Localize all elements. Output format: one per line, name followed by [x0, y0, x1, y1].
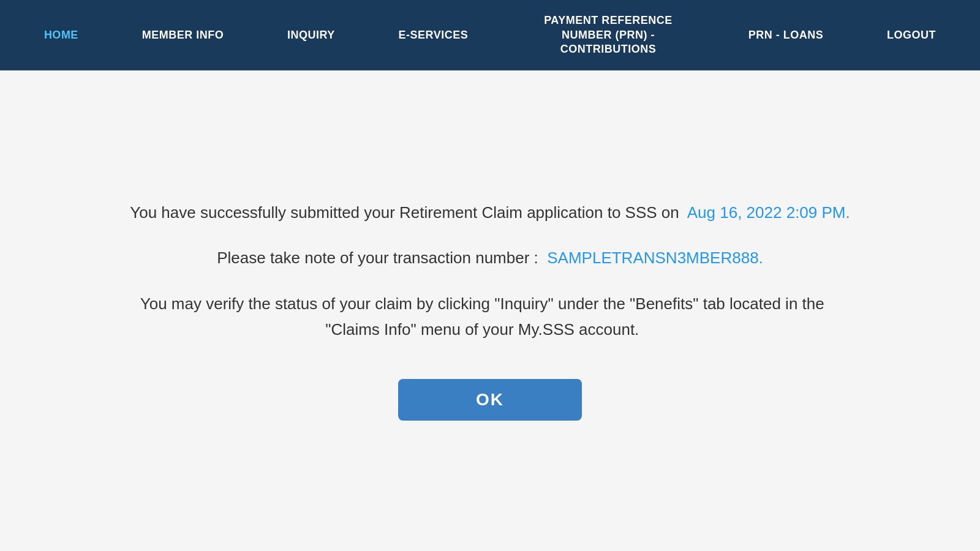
nav-item-prn-contributions[interactable]: PAYMENT REFERENCE NUMBER (PRN) - CONTRIB… [522, 7, 694, 62]
main-content: You have successfully submitted your Ret… [0, 70, 980, 551]
success-message-prefix: You have successfully submitted your Ret… [130, 203, 679, 222]
verify-message: You may verify the status of your claim … [130, 291, 834, 342]
ok-button[interactable]: OK [398, 379, 582, 421]
nav-item-home[interactable]: HOME [35, 23, 88, 48]
nav-item-e-services[interactable]: E-SERVICES [390, 23, 478, 48]
nav-item-logout[interactable]: LOGOUT [878, 23, 945, 48]
nav-item-member-info[interactable]: MEMBER INFO [133, 23, 233, 48]
transaction-prefix: Please take note of your transaction num… [217, 249, 538, 267]
success-message: You have successfully submitted your Ret… [130, 201, 850, 225]
nav-item-inquiry[interactable]: INQUIRY [278, 23, 344, 48]
transaction-number: SAMPLETRANSN3MBER888. [547, 249, 763, 267]
nav-item-prn-loans[interactable]: PRN - LOANS [739, 23, 833, 48]
navigation: HOME MEMBER INFO INQUIRY E-SERVICES PAYM… [0, 0, 980, 70]
message-container: You have successfully submitted your Ret… [130, 201, 850, 421]
transaction-line: Please take note of your transaction num… [130, 246, 850, 270]
submission-date: Aug 16, 2022 2:09 PM. [687, 203, 850, 222]
